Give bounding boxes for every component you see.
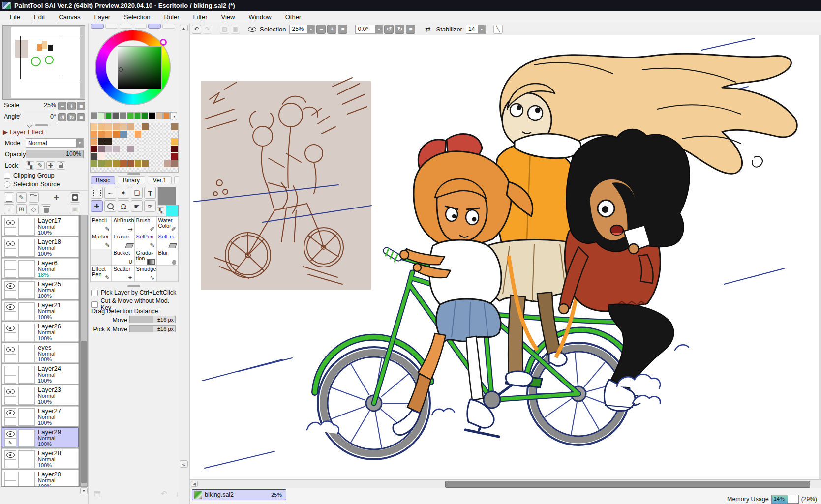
quick-swatch-2[interactable] [98, 112, 105, 119]
menu-file[interactable]: File [3, 12, 27, 22]
palette-swatch[interactable] [105, 123, 112, 130]
palette-swatch[interactable] [113, 123, 120, 130]
layer-secondary-toggle[interactable] [4, 481, 16, 487]
eyedropper-button[interactable]: ✑ [144, 200, 156, 212]
layer-secondary-toggle[interactable]: ✎ [4, 439, 16, 447]
layer-secondary-toggle[interactable] [4, 248, 16, 257]
palette-swatch-empty[interactable] [142, 131, 149, 138]
palette-swatch-empty[interactable] [164, 153, 171, 160]
lock-transparency-button[interactable]: ▚ [26, 161, 34, 170]
palette-swatch-empty[interactable] [135, 153, 142, 160]
layer-set-button[interactable]: ▣ [70, 204, 80, 214]
palette-swatch-empty[interactable] [156, 160, 163, 167]
quick-swatch-4[interactable] [112, 112, 119, 119]
quick-swatch-10[interactable] [156, 112, 163, 119]
palette-swatch[interactable] [127, 123, 134, 130]
horizontal-scroll-thumb[interactable] [445, 481, 810, 488]
palette-swatch-empty[interactable] [171, 168, 178, 173]
selection-source-radio[interactable] [4, 181, 10, 188]
lock-draw-button[interactable]: ✎ [36, 161, 45, 170]
layer-visibility-toggle[interactable] [4, 429, 16, 439]
palette-swatch-empty[interactable] [149, 123, 156, 130]
layer-visibility-toggle[interactable] [4, 345, 16, 354]
palette-swatch[interactable] [127, 160, 134, 167]
rotate-ccw-button[interactable]: ↺ [58, 113, 66, 121]
palette-swatch[interactable] [164, 160, 171, 167]
palette-swatch[interactable] [91, 131, 97, 138]
palette-swatch[interactable] [171, 123, 178, 130]
quick-swatch-9[interactable] [149, 112, 155, 119]
palette-swatch-empty[interactable] [113, 168, 120, 173]
palette-swatch-empty[interactable] [149, 131, 156, 138]
flip-horizontal-button[interactable]: ⇄ [423, 25, 432, 34]
layer-visibility-toggle[interactable] [4, 324, 16, 333]
menu-view[interactable]: View [214, 12, 242, 22]
undo-button[interactable]: ↶ [192, 25, 201, 34]
palette-swatch-empty[interactable] [156, 168, 163, 173]
rotate-cw-button[interactable]: ↻ [67, 113, 76, 121]
palette-swatch[interactable] [171, 146, 178, 152]
palette-swatch[interactable] [120, 123, 127, 130]
tool-water-color[interactable]: Water Color✐ [157, 217, 178, 233]
new-linework-layer-button[interactable]: ✎ [16, 192, 27, 203]
palette-swatch-empty[interactable] [156, 153, 163, 160]
canvas-zoom-out-button[interactable]: − [316, 25, 326, 34]
copy-layer-button[interactable]: ⊞ [16, 204, 27, 214]
cut-move-checkbox[interactable] [91, 301, 98, 308]
palette-swatch-empty[interactable] [164, 123, 171, 130]
palette-swatch-empty[interactable] [149, 153, 156, 160]
layer-visibility-toggle[interactable] [4, 387, 16, 396]
layer-visibility-toggle[interactable] [4, 260, 16, 269]
pick-layer-checkbox[interactable] [91, 290, 98, 296]
layer-visibility-toggle[interactable] [4, 450, 16, 460]
palette-swatch-empty[interactable] [164, 146, 171, 152]
layer-visibility-toggle[interactable] [4, 218, 16, 227]
canvas-zoom-reset-button[interactable]: ■ [338, 25, 347, 34]
palette-swatch-empty[interactable] [142, 168, 149, 173]
tool-tab-basic[interactable]: Basic [91, 176, 115, 184]
canvas-rotate-reset-button[interactable]: ■ [406, 25, 415, 34]
tool-scatter[interactable]: Scatter✦ [112, 266, 134, 282]
palette-swatch-empty[interactable] [135, 123, 142, 130]
layer-secondary-toggle[interactable] [4, 460, 16, 468]
palette-swatch-empty[interactable] [120, 138, 127, 145]
layer-secondary-toggle[interactable] [4, 417, 16, 426]
canvas-rotate-ccw-button[interactable]: ↺ [384, 25, 394, 34]
palette-swatch-empty[interactable] [127, 153, 134, 160]
palette-swatch-empty[interactable] [142, 146, 149, 152]
palette-swatch-empty[interactable] [149, 160, 156, 167]
layer-row-layer27[interactable]: Layer27Normal100% [2, 406, 79, 426]
palette-swatch[interactable] [91, 160, 97, 167]
tool-bucket[interactable]: Bucket∪ [112, 249, 134, 266]
palette-swatch-empty[interactable] [156, 123, 163, 130]
tool-marker[interactable]: Marker✎ [91, 233, 112, 249]
layer-row-layer18[interactable]: Layer18Normal100% [2, 237, 79, 257]
palette-swatch-empty[interactable] [120, 153, 127, 160]
redo-button[interactable]: ↷ [203, 25, 212, 34]
navigator-preview[interactable] [2, 25, 85, 100]
saturation-value-square[interactable] [118, 46, 162, 89]
tool-resize-handle[interactable] [127, 285, 140, 287]
scroll-left-button[interactable]: ◀ [191, 481, 198, 487]
navigator-viewport-rect[interactable] [20, 36, 79, 79]
tool-brush[interactable]: Brush✐ [135, 217, 157, 233]
canvas-horizontal-scrollbar[interactable]: ◀ [190, 479, 821, 488]
palette-swatch[interactable] [105, 160, 112, 167]
layer-effect-header[interactable]: ▶ Layer Effect [3, 128, 44, 136]
menu-filter[interactable]: Filter [186, 12, 214, 22]
menu-edit[interactable]: Edit [27, 12, 52, 22]
palette-swatch-empty[interactable] [164, 131, 171, 138]
palette-swatch-empty[interactable] [156, 131, 163, 138]
palette-swatch[interactable] [98, 146, 105, 152]
tool-tab-ver1[interactable]: Ver.1 [148, 176, 172, 184]
palette-swatch-empty[interactable] [105, 168, 112, 173]
angle-slider[interactable]: Angle 0° [4, 113, 57, 123]
palette-swatch-empty[interactable] [113, 153, 120, 160]
zoom-out-button[interactable]: − [58, 102, 66, 110]
layer-visibility-toggle[interactable] [4, 472, 16, 481]
tool-smudge[interactable]: Smudge∿ [135, 266, 157, 282]
palette-swatch[interactable] [98, 160, 105, 167]
color-panel-tab-4[interactable] [134, 24, 147, 29]
layer-secondary-toggle[interactable] [4, 396, 16, 405]
canvas-vertical-scrollbar[interactable] [819, 35, 821, 479]
